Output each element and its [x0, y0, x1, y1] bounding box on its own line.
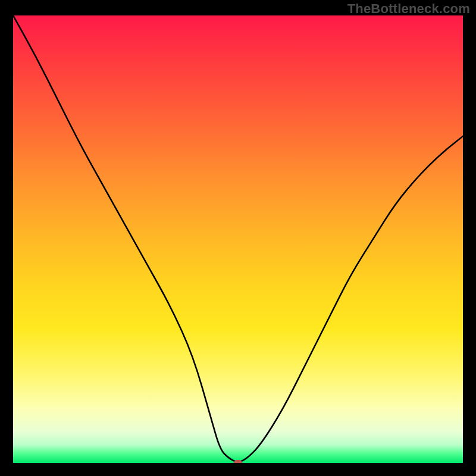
curve-layer	[13, 15, 463, 463]
minimum-marker	[234, 460, 242, 463]
plot-area	[13, 15, 463, 463]
chart-frame: TheBottleneck.com	[0, 0, 476, 476]
bottleneck-curve-path	[13, 15, 463, 462]
watermark-text: TheBottleneck.com	[347, 1, 470, 17]
